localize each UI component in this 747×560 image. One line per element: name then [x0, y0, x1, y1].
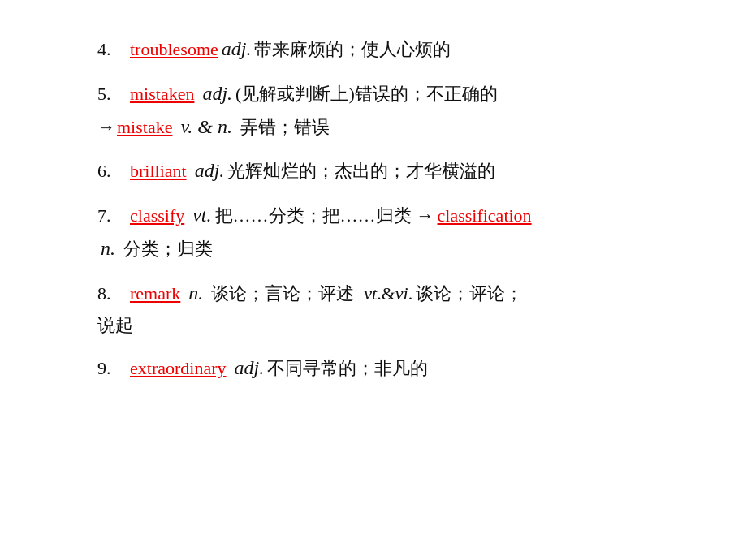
entry-5: 5. mistaken adj. (见解或判断上)错误的；不正确的 → mist… — [49, 77, 698, 144]
entry-5-deriv-pos: v. & n. — [175, 110, 237, 144]
entry-5-definition: (见解或判断上)错误的；不正确的 — [235, 79, 498, 109]
entry-8: 8. remark n. 谈论；言论；评述 vt.&vi. 谈论；评论； 说起 — [49, 277, 698, 340]
entry-8-extra-def: 谈论；评论； — [416, 278, 523, 308]
entry-5-row: 5. mistaken adj. (见解或判断上)错误的；不正确的 — [97, 77, 698, 110]
entry-9: 9. extraordinary adj. 不同寻常的；非凡的 — [49, 351, 698, 385]
entry-4-number: 4. — [97, 34, 130, 64]
entry-7: 7. classify vt. 把……分类；把……归类 → classifica… — [49, 199, 698, 265]
entry-8-keyword: remark — [130, 278, 180, 308]
entry-8-cont-text: 说起 — [97, 310, 133, 340]
entry-5-derivation: → mistake v. & n. 弄错；错误 — [97, 110, 698, 144]
entry-7-deriv-row: n. 分类；归类 — [97, 232, 698, 265]
entry-5-arrow: → — [97, 112, 115, 142]
entry-6-keyword: brilliant — [130, 156, 187, 186]
entry-5-keyword: mistaken — [130, 79, 194, 109]
entry-5-number: 5. — [97, 79, 130, 109]
entry-4: 4. troublesome adj. 带来麻烦的；使人心烦的 — [49, 32, 698, 66]
entry-5-pos: adj. — [197, 77, 232, 110]
entry-8-definition: 谈论；言论；评述 — [211, 278, 354, 308]
entry-6-number: 6. — [97, 156, 130, 186]
entry-6: 6. brilliant adj. 光辉灿烂的；杰出的；才华横溢的 — [49, 154, 698, 187]
entry-7-deriv-pos: n. — [101, 232, 120, 265]
entry-6-pos: adj. — [190, 154, 225, 187]
entry-8-cont: 说起 — [97, 310, 698, 340]
entry-8-row: 8. remark n. 谈论；言论；评述 vt.&vi. 谈论；评论； — [97, 277, 698, 310]
entry-4-definition: 带来麻烦的；使人心烦的 — [254, 34, 451, 64]
entry-7-definition: 把……分类；把……归类 — [215, 200, 412, 230]
entry-6-row: 6. brilliant adj. 光辉灿烂的；杰出的；才华横溢的 — [97, 154, 698, 187]
entry-7-deriv-definition: 分类；归类 — [123, 234, 213, 264]
entry-5-deriv-keyword: mistake — [117, 112, 172, 142]
entry-9-definition: 不同寻常的；非凡的 — [267, 353, 428, 383]
entry-9-number: 9. — [97, 353, 130, 383]
entry-7-row: 7. classify vt. 把……分类；把……归类 → classifica… — [97, 199, 698, 232]
entry-9-pos: adj. — [230, 351, 265, 385]
entry-6-definition: 光辉灿烂的；杰出的；才华横溢的 — [227, 156, 495, 186]
entry-7-keyword: classify — [130, 200, 184, 230]
main-content: 4. troublesome adj. 带来麻烦的；使人心烦的 5. mista… — [0, 0, 747, 429]
entry-4-keyword: troublesome — [130, 34, 218, 64]
entry-7-arrow: → — [417, 200, 434, 230]
entry-4-row: 4. troublesome adj. 带来麻烦的；使人心烦的 — [97, 32, 698, 66]
entry-8-pos: n. — [184, 277, 208, 310]
entry-7-deriv-keyword: classification — [438, 200, 532, 230]
entry-7-pos: vt. — [188, 199, 211, 232]
entry-8-number: 8. — [97, 278, 130, 308]
entry-8-extra-pos: vt.&vi. — [364, 278, 412, 308]
entry-9-row: 9. extraordinary adj. 不同寻常的；非凡的 — [97, 351, 698, 385]
entry-5-deriv-definition: 弄错；错误 — [240, 112, 330, 142]
entry-7-number: 7. — [97, 200, 130, 230]
entry-4-pos: adj. — [222, 32, 252, 66]
entry-9-keyword: extraordinary — [130, 353, 227, 383]
